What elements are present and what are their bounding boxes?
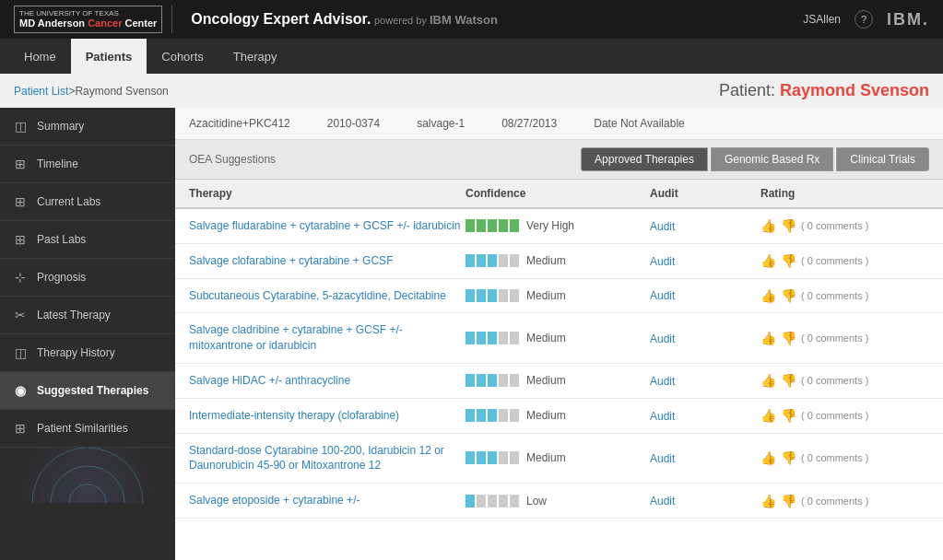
conf-bar — [477, 374, 486, 387]
comment-link-1[interactable]: ( 0 comments ) — [801, 255, 868, 266]
therapy-name-3[interactable]: Salvage cladribine + cytarabine + GCSF +… — [189, 322, 466, 354]
thumbs-down-1[interactable]: 👎 — [781, 253, 796, 268]
audit-link-3[interactable]: Audit — [650, 332, 675, 345]
conf-label-7: Low — [526, 495, 547, 508]
sidebar-item-latest-therapy[interactable]: ✂ Latest Therapy — [0, 297, 175, 334]
conf-bar — [488, 374, 497, 387]
comment-link-5[interactable]: ( 0 comments ) — [801, 410, 868, 421]
tab-approved-therapies[interactable]: Approved Therapies — [581, 147, 708, 171]
audit-link-4[interactable]: Audit — [650, 375, 675, 388]
col-confidence: Confidence — [466, 187, 650, 200]
breadcrumb-separator: > — [68, 85, 75, 98]
audit-cell-3: Audit — [650, 332, 760, 345]
thumbs-up-1[interactable]: 👍 — [760, 253, 776, 268]
sidebar-bg-svg — [0, 448, 175, 503]
conf-bars-2 — [466, 289, 519, 302]
comment-link-7[interactable]: ( 0 comments ) — [801, 496, 868, 507]
sidebar-item-patient-similarities[interactable]: ⊞ Patient Similarities — [0, 410, 175, 448]
nav-therapy[interactable]: Therapy — [218, 39, 292, 74]
thumbs-up-7[interactable]: 👍 — [760, 494, 776, 508]
audit-cell-7: Audit — [650, 494, 760, 508]
audit-link-1[interactable]: Audit — [650, 255, 675, 268]
conf-bar — [499, 409, 508, 422]
conf-bar — [510, 289, 519, 302]
therapy-name-0[interactable]: Salvage fludarabine + cytarabine + GCSF … — [189, 218, 466, 234]
sidebar-item-timeline[interactable]: ⊞ Timeline — [0, 146, 175, 183]
university-text: THE UNIVERSITY OF TEXAS — [19, 9, 157, 18]
header-right: JSAllen ? IBM. — [803, 10, 929, 29]
patient-list-link[interactable]: Patient List — [14, 85, 68, 98]
conf-bar — [499, 254, 508, 267]
sidebar-item-therapy-history[interactable]: ◫ Therapy History — [0, 334, 175, 372]
audit-cell-6: Audit — [650, 451, 760, 465]
thumbs-down-0[interactable]: 👎 — [781, 218, 796, 233]
patient-info-drug: Azacitidine+PKC412 — [189, 117, 290, 130]
sidebar-item-summary[interactable]: ◫ Summary — [0, 108, 175, 146]
sidebar: ◫ Summary ⊞ Timeline ⊞ Current Labs ⊞ Pa… — [0, 108, 175, 560]
sidebar-item-prognosis[interactable]: ⊹ Prognosis — [0, 259, 175, 297]
therapy-name-4[interactable]: Salvage HiDAC +/- anthracycline — [189, 373, 466, 389]
comment-link-2[interactable]: ( 0 comments ) — [801, 290, 868, 301]
therapy-name-7[interactable]: Salvage etoposide + cytarabine +/- — [189, 493, 466, 508]
ibm-logo: IBM. — [887, 10, 929, 29]
thumbs-down-2[interactable]: 👎 — [781, 288, 796, 303]
current-labs-icon: ⊞ — [11, 192, 29, 211]
therapy-history-icon: ◫ — [11, 344, 29, 362]
nav-home[interactable]: Home — [9, 39, 71, 74]
audit-link-5[interactable]: Audit — [650, 410, 675, 423]
thumbs-up-2[interactable]: 👍 — [760, 288, 776, 303]
comment-link-0[interactable]: ( 0 comments ) — [801, 220, 868, 231]
sidebar-item-current-labs[interactable]: ⊞ Current Labs — [0, 183, 175, 221]
thumbs-down-5[interactable]: 👎 — [781, 408, 796, 423]
comment-link-3[interactable]: ( 0 comments ) — [801, 332, 868, 344]
thumbs-down-7[interactable]: 👎 — [781, 494, 796, 508]
thumbs-down-6[interactable]: 👎 — [781, 450, 796, 465]
sidebar-item-suggested-therapies[interactable]: ◉ Suggested Therapies — [0, 372, 175, 410]
conf-bar — [477, 332, 486, 344]
thumbs-up-5[interactable]: 👍 — [760, 408, 776, 423]
sidebar-label-latest-therapy: Latest Therapy — [37, 309, 111, 321]
conf-bars-4 — [466, 374, 519, 387]
conf-bar — [510, 332, 519, 344]
nav-bar: Home Patients Cohorts Therapy — [0, 39, 943, 74]
nav-patients[interactable]: Patients — [71, 39, 147, 74]
therapy-name-6[interactable]: Standard-dose Cytarabine 100-200, Idarub… — [189, 443, 466, 474]
confidence-cell-3: Medium — [466, 332, 650, 344]
conf-bar — [499, 374, 508, 387]
breadcrumb-bar: Patient List > Raymond Svenson Patient: … — [0, 74, 943, 108]
sidebar-label-current-labs: Current Labs — [37, 195, 100, 208]
help-button[interactable]: ? — [855, 10, 873, 29]
svg-point-0 — [32, 448, 143, 503]
patient-info-date: 08/27/2013 — [501, 117, 557, 130]
therapy-name-1[interactable]: Salvage clofarabine + cytarabine + GCSF — [189, 253, 466, 269]
prognosis-icon: ⊹ — [11, 268, 29, 286]
thumbs-down-3[interactable]: 👎 — [781, 331, 796, 345]
thumbs-up-0[interactable]: 👍 — [760, 218, 776, 233]
user-name[interactable]: JSAllen — [803, 13, 841, 26]
conf-label-5: Medium — [526, 409, 566, 422]
nav-cohorts[interactable]: Cohorts — [147, 39, 218, 74]
comment-link-4[interactable]: ( 0 comments ) — [801, 375, 868, 386]
audit-link-2[interactable]: Audit — [650, 289, 675, 302]
audit-cell-1: Audit — [650, 254, 760, 268]
therapy-name-2[interactable]: Subcutaneous Cytarabine, 5-azacytidine, … — [189, 288, 466, 304]
thumbs-up-3[interactable]: 👍 — [760, 331, 776, 345]
oea-label: OEA Suggestions — [189, 153, 276, 166]
app-title-area: Oncology Expert Advisor. powered by IBM … — [191, 11, 497, 28]
tab-clinical-trials[interactable]: Clinical Trials — [836, 147, 929, 171]
conf-bar — [477, 451, 486, 464]
audit-link-7[interactable]: Audit — [650, 495, 675, 508]
audit-link-6[interactable]: Audit — [650, 452, 675, 465]
rating-cell-0: 👍 👎 ( 0 comments ) — [760, 218, 929, 233]
audit-cell-4: Audit — [650, 374, 760, 388]
audit-link-0[interactable]: Audit — [650, 220, 675, 233]
comment-link-6[interactable]: ( 0 comments ) — [801, 452, 868, 463]
tab-genomic-based-rx[interactable]: Genomic Based Rx — [711, 147, 833, 171]
conf-bar — [477, 219, 486, 232]
thumbs-up-6[interactable]: 👍 — [760, 450, 776, 465]
sidebar-item-past-labs[interactable]: ⊞ Past Labs — [0, 221, 175, 259]
sidebar-label-patient-similarities: Patient Similarities — [37, 422, 128, 435]
therapy-name-5[interactable]: Intermediate-intensity therapy (clofarab… — [189, 408, 466, 424]
thumbs-down-4[interactable]: 👎 — [781, 373, 796, 388]
thumbs-up-4[interactable]: 👍 — [760, 373, 776, 388]
